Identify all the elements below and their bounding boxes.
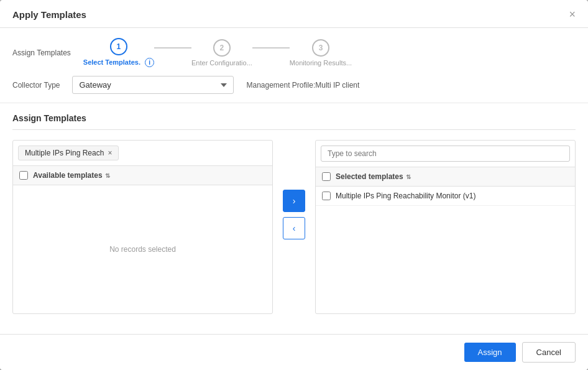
management-profile: Management Profile:Multi IP client	[246, 81, 359, 90]
assign-templates-title: Assign Templates	[12, 113, 576, 130]
step-label-1: Select Templates. i	[83, 58, 154, 67]
move-left-button[interactable]: ‹	[283, 217, 305, 239]
move-right-button[interactable]: ›	[283, 190, 305, 212]
modal-header: Apply Templates ×	[0, 0, 588, 28]
selected-select-all-checkbox[interactable]	[322, 172, 331, 181]
step-2[interactable]: 2 Enter Configuratio...	[191, 39, 252, 67]
available-search-area: Multiple IPs Ping Reach ×	[13, 141, 272, 166]
selected-row-text-1: Multiple IPs Ping Reachability Monitor (…	[336, 192, 475, 200]
collector-type-select[interactable]: Gateway	[72, 76, 234, 94]
templates-area: Multiple IPs Ping Reach × Available temp…	[12, 140, 576, 334]
selected-row-checkbox-1[interactable]	[322, 192, 331, 200]
close-button[interactable]: ×	[569, 9, 576, 20]
connector-2	[252, 47, 290, 49]
selected-search-area	[316, 141, 575, 167]
collector-row: Collector Type Gateway Management Profil…	[12, 76, 576, 94]
step-circle-2: 2	[213, 39, 231, 57]
available-header: Available templates ⇅	[13, 166, 272, 185]
stepper-label: Assign Templates	[12, 49, 71, 57]
connector-1	[154, 47, 191, 49]
step-label-3: Monitoring Results...	[290, 59, 352, 67]
selected-templates-panel: Selected templates ⇅ Multiple IPs Ping R…	[315, 140, 576, 314]
collector-type-label: Collector Type	[12, 81, 60, 90]
stepper-section: Assign Templates 1 Select Templates. i	[0, 28, 588, 103]
step-circle-1: 1	[110, 38, 127, 55]
available-empty-message: No records selected	[13, 185, 272, 313]
step-3[interactable]: 3 Monitoring Results...	[290, 39, 352, 67]
available-tag: Multiple IPs Ping Reach ×	[18, 146, 119, 160]
available-select-all-checkbox[interactable]	[19, 171, 28, 180]
available-sort-icon[interactable]: ⇅	[105, 172, 110, 179]
step-circle-3: 3	[312, 39, 329, 57]
selected-sort-icon[interactable]: ⇅	[406, 173, 411, 180]
tag-close-icon[interactable]: ×	[108, 149, 112, 157]
step-1[interactable]: 1 Select Templates. i	[83, 38, 154, 67]
selected-header-label: Selected templates ⇅	[336, 172, 411, 181]
stepper-row: Assign Templates 1 Select Templates. i	[12, 38, 576, 67]
modal-footer: Assign Cancel	[0, 334, 588, 370]
transfer-buttons: › ‹	[273, 190, 315, 239]
modal-body: Assign Templates 1 Select Templates. i	[0, 28, 588, 334]
selected-header: Selected templates ⇅	[316, 167, 575, 187]
apply-templates-modal: Apply Templates × Assign Templates 1	[0, 0, 588, 370]
info-icon: i	[145, 58, 154, 67]
assign-button[interactable]: Assign	[464, 343, 516, 362]
list-item: Multiple IPs Ping Reachability Monitor (…	[316, 187, 575, 206]
modal-title: Apply Templates	[12, 9, 86, 20]
selected-search-input[interactable]	[321, 146, 570, 162]
assign-templates-section: Assign Templates Multiple IPs Ping Reach…	[0, 103, 588, 334]
step-label-2: Enter Configuratio...	[191, 59, 252, 67]
cancel-button[interactable]: Cancel	[522, 342, 576, 363]
available-templates-panel: Multiple IPs Ping Reach × Available temp…	[12, 140, 273, 314]
stepper-steps: 1 Select Templates. i 2	[83, 38, 352, 67]
available-header-label: Available templates ⇅	[33, 171, 110, 180]
